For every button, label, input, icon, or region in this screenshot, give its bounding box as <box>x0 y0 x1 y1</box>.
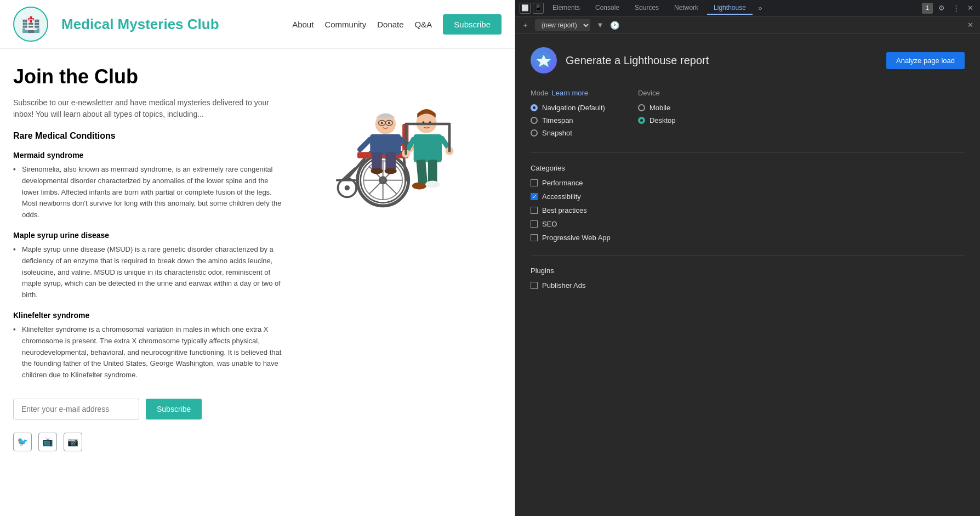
divider-1 <box>531 152 965 153</box>
category-seo[interactable]: SEO <box>531 220 965 228</box>
condition-desc-0: Sirenomelia, also known as mermaid syndr… <box>13 164 287 221</box>
categories-section: Categories Performance ✓ Accessibility B… <box>531 164 965 242</box>
checkbox-publisher-ads <box>531 282 538 289</box>
mode-label: Mode Learn more <box>531 89 605 97</box>
radio-desktop-selected <box>638 117 645 124</box>
site-title: Medical Mysteries Club <box>61 16 219 33</box>
learn-more-link[interactable]: Learn more <box>552 89 588 97</box>
nav-community[interactable]: Community <box>324 20 366 29</box>
svg-point-38 <box>412 182 426 189</box>
condition-maple: Maple syrup urine disease Maple syrup ur… <box>13 231 287 301</box>
site-text: Join the Club Subscribe to our e-newslet… <box>13 65 287 451</box>
history-icon[interactable]: 🕐 <box>610 21 619 30</box>
email-section: Subscribe <box>13 399 287 419</box>
more-tabs-icon[interactable]: » <box>755 3 766 14</box>
categories-heading: Categories <box>531 164 965 172</box>
wheelchair-illustration <box>311 71 465 208</box>
tab-network[interactable]: Network <box>668 2 705 15</box>
close-devtools-icon[interactable]: ✕ <box>965 3 976 14</box>
nav-about[interactable]: About <box>292 20 314 29</box>
site-illustration <box>300 65 476 451</box>
device-desktop[interactable]: Desktop <box>638 116 676 124</box>
lighthouse-header: Generate a Lighthouse report Analyze pag… <box>531 47 965 73</box>
tab-console[interactable]: Console <box>589 2 626 15</box>
inspect-icon[interactable]: ⬜ <box>520 3 531 14</box>
device-mobile[interactable]: Mobile <box>638 104 676 112</box>
nav-donate[interactable]: Donate <box>377 20 403 29</box>
condition-klinefelter: Klinefelter syndrome Klinefelter syndrom… <box>13 311 287 381</box>
condition-name-2: Klinefelter syndrome <box>13 311 287 320</box>
divider-2 <box>531 255 965 256</box>
devtools-secondary-bar: ＋ (new report) ▼ 🕐 ✕ <box>515 16 980 34</box>
tab-elements[interactable]: Elements <box>546 2 586 15</box>
category-performance[interactable]: Performance <box>531 179 965 187</box>
settings-icon[interactable]: ⚙ <box>936 3 947 14</box>
devtools-icons: 1 ⚙ ⋮ ✕ <box>922 3 976 14</box>
checkbox-pwa <box>531 234 538 241</box>
plugins-section: Plugins Publisher Ads <box>531 266 965 290</box>
close-secondary: ✕ <box>965 20 976 31</box>
condition-name-0: Mermaid syndrome <box>13 151 287 160</box>
site-content: Join the Club Subscribe to our e-newslet… <box>0 49 515 468</box>
email-input[interactable] <box>13 399 139 419</box>
checkbox-performance <box>531 179 538 186</box>
mode-snapshot[interactable]: Snapshot <box>531 129 605 137</box>
svg-rect-36 <box>416 160 428 186</box>
device-column: Device Mobile Desktop <box>638 89 676 137</box>
lighthouse-logo-svg <box>535 52 552 69</box>
report-selector[interactable]: (new report) <box>535 19 590 31</box>
svg-point-20 <box>381 122 383 124</box>
nav-qa[interactable]: Q&A <box>415 20 432 29</box>
svg-rect-37 <box>428 160 437 184</box>
analyze-button[interactable]: Analyze page load <box>886 52 965 69</box>
svg-point-27 <box>371 168 383 174</box>
svg-point-9 <box>345 185 350 190</box>
condition-desc-1: Maple syrup urine disease (MSUD) is a ra… <box>13 244 287 301</box>
join-description: Subscribe to our e-newsletter and have m… <box>13 97 287 120</box>
tab-sources[interactable]: Sources <box>628 2 665 15</box>
category-best-practices[interactable]: Best practices <box>531 206 965 214</box>
dropdown-icon[interactable]: ▼ <box>595 20 606 31</box>
radio-navigation-selected <box>531 104 538 111</box>
checkbox-best-practices <box>531 207 538 214</box>
mode-timespan[interactable]: Timespan <box>531 116 605 124</box>
devtools-panel: ⬜ 📱 Elements Console Sources Network Lig… <box>515 0 980 516</box>
settings-row: Mode Learn more Navigation (Default) Tim… <box>531 89 965 137</box>
close-panel-icon[interactable]: ✕ <box>965 20 976 31</box>
svg-point-28 <box>384 168 396 174</box>
tab-lighthouse[interactable]: Lighthouse <box>707 2 753 15</box>
instagram-icon[interactable]: 📷 <box>64 433 82 451</box>
mode-navigation[interactable]: Navigation (Default) <box>531 104 605 112</box>
device-mode-icon[interactable]: 📱 <box>533 3 544 14</box>
tab-counter[interactable]: 1 <box>922 3 933 14</box>
social-icons: 🐦 📺 📷 <box>13 433 287 451</box>
lighthouse-content: Generate a Lighthouse report Analyze pag… <box>515 34 980 516</box>
svg-rect-26 <box>385 152 396 170</box>
svg-point-21 <box>388 122 390 124</box>
svg-rect-18 <box>370 134 401 155</box>
twitter-icon[interactable]: 🐦 <box>13 433 32 451</box>
checkbox-seo <box>531 220 538 228</box>
more-options-icon[interactable]: ⋮ <box>950 3 961 14</box>
category-pwa[interactable]: Progressive Web App <box>531 234 965 242</box>
plugin-publisher-ads[interactable]: Publisher Ads <box>531 281 965 290</box>
category-accessibility[interactable]: ✓ Accessibility <box>531 192 965 201</box>
svg-point-39 <box>425 181 440 188</box>
nav-subscribe-button[interactable]: Subscribe <box>443 14 502 35</box>
email-subscribe-button[interactable]: Subscribe <box>146 399 202 419</box>
radio-mobile <box>638 104 645 111</box>
website-panel: 🏥 Medical Mysteries Club About Community… <box>0 0 515 516</box>
devtools-topbar: ⬜ 📱 Elements Console Sources Network Lig… <box>515 0 980 16</box>
radio-snapshot <box>531 129 538 137</box>
site-logo: 🏥 <box>13 7 48 42</box>
twitch-icon[interactable]: 📺 <box>38 433 57 451</box>
mode-column: Mode Learn more Navigation (Default) Tim… <box>531 89 605 137</box>
new-report-icon[interactable]: ＋ <box>520 20 531 31</box>
lighthouse-title: Generate a Lighthouse report <box>566 54 878 67</box>
nav-links: About Community Donate Q&A Subscribe <box>292 14 502 35</box>
join-title: Join the Club <box>13 65 287 88</box>
device-label: Device <box>638 89 676 97</box>
svg-rect-32 <box>414 134 442 162</box>
svg-rect-25 <box>372 152 382 170</box>
plugins-heading: Plugins <box>531 266 965 275</box>
